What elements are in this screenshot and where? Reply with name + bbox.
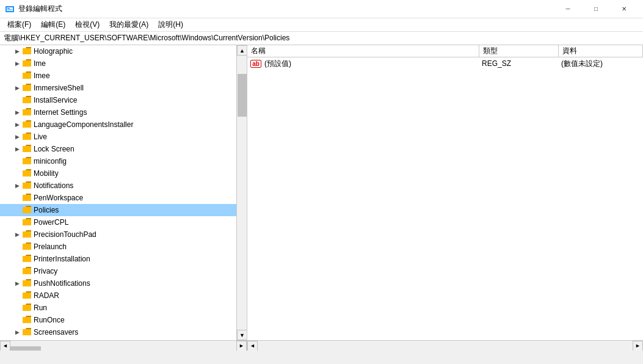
expander-notifications[interactable]: ▶ <box>12 181 22 191</box>
tree-item-runonce[interactable]: RunOnce <box>0 314 247 326</box>
expander-miniconfig <box>12 156 22 166</box>
folder-icon-run <box>22 303 32 313</box>
tree-label-screensavers: Screensavers <box>34 328 78 337</box>
menu-help[interactable]: 說明(H) <box>153 18 188 31</box>
expander-printerinstallation <box>12 254 22 264</box>
folder-icon-ime <box>22 59 32 68</box>
expander-internet-settings[interactable]: ▶ <box>12 107 22 117</box>
restore-button[interactable]: □ <box>582 0 610 18</box>
window-title: 登錄編輯程式 <box>18 4 62 14</box>
col-header-name[interactable]: 名稱 <box>247 45 479 57</box>
folder-icon-runonce <box>22 315 32 325</box>
tree-label-ime: Ime <box>34 59 46 68</box>
reg-row-default[interactable]: ab (預設值) REG_SZ (數值未設定) <box>247 57 643 70</box>
expander-runonce <box>12 315 22 325</box>
col-name-label: 名稱 <box>251 46 266 56</box>
folder-icon-prelaunch <box>22 242 32 252</box>
tree-scrollbar-h[interactable]: ◄ ► <box>0 340 247 351</box>
tree-label-policies: Policies <box>34 206 59 214</box>
svg-rect-5 <box>23 60 31 67</box>
col-header-data[interactable]: 資料 <box>559 45 643 57</box>
folder-icon-precisiontouchpad <box>22 230 32 239</box>
app-icon <box>5 4 15 14</box>
menu-bar: 檔案(F) 編輯(E) 檢視(V) 我的最愛(A) 說明(H) <box>0 18 643 32</box>
folder-icon-powercpl <box>22 217 32 227</box>
minimize-button[interactable]: ─ <box>554 0 582 18</box>
svg-rect-6 <box>23 73 31 79</box>
tree-item-printerinstallation[interactable]: PrinterInstallation <box>0 253 247 265</box>
folder-icon-penworkspace <box>22 193 32 203</box>
tree-scroll-right[interactable]: ► <box>236 341 247 351</box>
tree-item-privacy[interactable]: Privacy <box>0 265 247 277</box>
scroll-thumb-v[interactable] <box>238 74 247 117</box>
menu-edit[interactable]: 編輯(E) <box>36 18 70 31</box>
tree-item-pushnotifications[interactable]: ▶ PushNotifications <box>0 277 247 289</box>
svg-rect-24 <box>23 293 31 299</box>
expander-holographic[interactable]: ▶ <box>12 46 22 56</box>
tree-item-installservice[interactable]: InstallService <box>0 94 247 106</box>
tree-item-languagecomponents[interactable]: ▶ LanguageComponentsInstaller <box>0 118 247 131</box>
menu-favorites[interactable]: 我的最愛(A) <box>104 18 153 31</box>
svg-rect-12 <box>23 146 31 152</box>
folder-icon-internet-settings <box>22 107 32 117</box>
folder-icon-printerinstallation <box>22 254 32 264</box>
expander-precisiontouchpad[interactable]: ▶ <box>12 230 22 239</box>
svg-rect-16 <box>23 195 31 201</box>
tree-item-powercpl[interactable]: PowerCPL <box>0 216 247 228</box>
tree-item-lock-screen[interactable]: ▶ Lock Screen <box>0 143 247 155</box>
close-button[interactable]: ✕ <box>610 0 638 18</box>
tree-scroll-left[interactable]: ◄ <box>0 341 10 351</box>
tree-item-screensavers[interactable]: ▶ Screensavers <box>0 326 247 338</box>
expander-pushnotifications[interactable]: ▶ <box>12 278 22 288</box>
tree-item-policies[interactable]: Policies <box>0 204 247 216</box>
tree-item-miniconfig[interactable]: miniconfig <box>0 155 247 167</box>
expander-immersiveshell[interactable]: ▶ <box>12 83 22 93</box>
tree-scroll-thumb-h[interactable] <box>10 346 41 351</box>
tree-item-ime[interactable]: ▶ Ime <box>0 57 247 70</box>
scroll-down-arrow[interactable]: ▼ <box>237 330 247 340</box>
expander-prelaunch <box>12 242 22 252</box>
menu-file[interactable]: 檔案(F) <box>2 18 36 31</box>
svg-rect-18 <box>23 219 31 225</box>
expander-ime[interactable]: ▶ <box>12 59 22 68</box>
tree-label-immersiveshell: ImmersiveShell <box>34 84 84 92</box>
right-scrollbar-h[interactable]: ◄ ► <box>247 340 643 351</box>
tree-item-immersiveshell[interactable]: ▶ ImmersiveShell <box>0 82 247 94</box>
svg-rect-11 <box>23 134 31 140</box>
tree-item-penworkspace[interactable]: PenWorkspace <box>0 192 247 204</box>
right-scroll-left[interactable]: ◄ <box>247 341 258 351</box>
tree-item-notifications[interactable]: ▶ Notifications <box>0 180 247 192</box>
tree-label-radar: RADAR <box>34 291 59 300</box>
tree-item-imee[interactable]: Imee <box>0 70 247 82</box>
menu-view[interactable]: 檢視(V) <box>70 18 104 31</box>
tree-item-live[interactable]: ▶ Live <box>0 131 247 143</box>
svg-rect-13 <box>23 158 31 164</box>
expander-installservice <box>12 95 22 105</box>
right-scroll-right[interactable]: ► <box>633 341 643 351</box>
svg-rect-4 <box>23 48 31 54</box>
main-area: ▶ Holographic ▶ Ime Imee ▶ ImmersiveShel… <box>0 45 643 351</box>
tree-item-internet-settings[interactable]: ▶ Internet Settings <box>0 106 247 118</box>
title-bar-buttons: ─ □ ✕ <box>554 0 638 18</box>
tree-label-printerinstallation: PrinterInstallation <box>34 255 90 263</box>
tree-item-mobility[interactable]: Mobility <box>0 167 247 180</box>
expander-lock-screen[interactable]: ▶ <box>12 144 22 154</box>
expander-screensavers[interactable]: ▶ <box>12 327 22 337</box>
tree-label-lock-screen: Lock Screen <box>34 145 74 153</box>
tree-item-run[interactable]: Run <box>0 302 247 314</box>
expander-live[interactable]: ▶ <box>12 132 22 142</box>
tree-label-prelaunch: Prelaunch <box>34 242 67 251</box>
tree-label-notifications: Notifications <box>34 181 73 190</box>
tree-scrollbar-v[interactable]: ▲ ▼ <box>236 45 247 340</box>
expander-run <box>12 303 22 313</box>
reg-icon-ab: ab <box>250 59 262 68</box>
folder-icon-radar <box>22 291 32 300</box>
tree-item-prelaunch[interactable]: Prelaunch <box>0 241 247 253</box>
col-header-type[interactable]: 類型 <box>479 45 559 57</box>
tree-item-precisiontouchpad[interactable]: ▶ PrecisionTouchPad <box>0 228 247 241</box>
title-bar: 登錄編輯程式 ─ □ ✕ <box>0 0 643 18</box>
expander-languagecomponents[interactable]: ▶ <box>12 120 22 129</box>
scroll-up-arrow[interactable]: ▲ <box>237 45 247 56</box>
tree-item-radar[interactable]: RADAR <box>0 289 247 302</box>
tree-item-holographic[interactable]: ▶ Holographic <box>0 45 247 57</box>
